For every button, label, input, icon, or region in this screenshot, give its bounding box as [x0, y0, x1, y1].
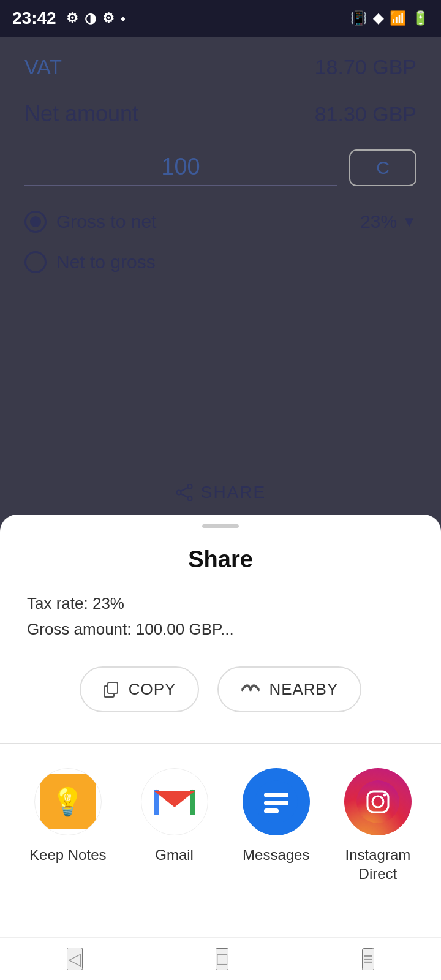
keep-notes-icon-bg: 💡 — [40, 774, 96, 829]
keep-notes-bulb-icon: 💡 — [51, 786, 85, 818]
share-title: Share — [0, 546, 441, 573]
net-amount-value: 81.30 GBP — [315, 102, 417, 126]
svg-point-0 — [187, 484, 192, 489]
wifi-icon: 📶 — [390, 10, 406, 26]
signal-boost-icon: ◆ — [373, 10, 383, 26]
messages-icon — [255, 780, 298, 823]
tax-rate-value: 23% — [360, 211, 397, 232]
nearby-button[interactable]: NEARBY — [217, 666, 361, 712]
dropdown-arrow-icon[interactable]: ▼ — [402, 213, 417, 230]
net-to-gross-radio[interactable] — [24, 251, 47, 273]
svg-point-1 — [187, 497, 192, 501]
app-item-messages[interactable]: Messages — [243, 768, 310, 883]
status-bar: 23:42 ⚙ ◑ ⚙ ● 📳 ◆ 📶 🔋 — [0, 0, 441, 37]
balance-icon: ◑ — [85, 10, 96, 26]
net-to-gross-row[interactable]: Net to gross — [24, 251, 417, 273]
messages-label: Messages — [243, 845, 309, 864]
net-amount-label: Net amount — [24, 101, 138, 127]
gross-to-net-radio[interactable] — [24, 211, 47, 233]
share-button[interactable]: SHARE — [175, 483, 266, 502]
nearby-icon — [241, 682, 260, 697]
nearby-button-label: NEARBY — [269, 680, 338, 699]
vat-value: 18.70 GBP — [315, 55, 417, 79]
share-text-line1: Tax rate: 23% — [27, 591, 414, 617]
menu-button[interactable]: ≡ — [362, 948, 374, 970]
vat-row: VAT 18.70 GBP — [24, 55, 417, 79]
app-item-keep-notes[interactable]: 💡 Keep Notes — [29, 768, 106, 883]
gear-icon-1: ⚙ — [66, 10, 78, 26]
svg-line-3 — [181, 488, 188, 491]
share-button-row: SHARE — [0, 483, 441, 502]
gmail-label: Gmail — [155, 845, 194, 864]
dot-icon: ● — [121, 13, 126, 23]
share-icon — [175, 484, 194, 501]
svg-rect-14 — [264, 801, 288, 805]
app-icons-row: 💡 Keep Notes — [0, 768, 441, 883]
gross-to-net-row[interactable]: Gross to net 23% ▼ — [24, 211, 417, 233]
clear-button[interactable]: C — [349, 149, 417, 186]
svg-point-16 — [356, 780, 399, 823]
share-button-label: SHARE — [201, 483, 266, 502]
action-buttons-row: COPY NEARBY — [0, 666, 441, 712]
battery-icon: 🔋 — [412, 10, 429, 26]
svg-point-19 — [383, 794, 386, 797]
share-content-text: Tax rate: 23% Gross amount: 100.00 GBP..… — [0, 591, 441, 642]
sheet-drag-handle[interactable] — [202, 524, 239, 528]
status-time: 23:42 — [12, 9, 56, 28]
svg-point-2 — [176, 491, 181, 495]
share-bottom-sheet: Share Tax rate: 23% Gross amount: 100.00… — [0, 514, 441, 980]
instagram-icon-wrap — [344, 768, 412, 835]
gear-icon-2: ⚙ — [102, 10, 115, 26]
status-icons-left: ⚙ ◑ ⚙ ● — [66, 10, 350, 26]
back-button[interactable]: ◁ — [67, 948, 83, 970]
instagram-direct-label: Instagram Direct — [345, 845, 411, 883]
svg-line-4 — [181, 494, 188, 497]
svg-rect-6 — [108, 682, 118, 693]
vat-label: VAT — [24, 55, 62, 79]
instagram-label-line1: Instagram — [345, 845, 411, 864]
net-amount-row: Net amount 81.30 GBP — [24, 101, 417, 127]
amount-input[interactable] — [24, 149, 337, 186]
net-to-gross-label: Net to gross — [56, 252, 156, 273]
messages-icon-wrap — [243, 768, 310, 835]
instagram-label-line2: Direct — [345, 864, 411, 883]
app-item-instagram-direct[interactable]: Instagram Direct — [344, 768, 412, 883]
svg-rect-13 — [264, 793, 288, 797]
input-row: C — [24, 149, 417, 186]
tax-dropdown[interactable]: 23% ▼ — [360, 211, 417, 232]
navigation-bar: ◁ □ ≡ — [0, 937, 441, 980]
copy-icon — [103, 681, 120, 698]
gmail-icon-wrap — [141, 768, 208, 835]
app-item-gmail[interactable]: Gmail — [141, 768, 208, 883]
keep-notes-icon-wrap: 💡 — [34, 768, 102, 835]
home-button[interactable]: □ — [216, 948, 228, 970]
keep-notes-label: Keep Notes — [29, 845, 106, 864]
svg-rect-15 — [264, 809, 279, 813]
copy-button[interactable]: COPY — [80, 666, 200, 712]
divider — [0, 743, 441, 744]
vibrate-icon: 📳 — [350, 10, 367, 26]
share-text-line2: Gross amount: 100.00 GBP... — [27, 617, 414, 643]
gross-to-net-label: Gross to net — [56, 211, 156, 232]
status-icons-right: 📳 ◆ 📶 🔋 — [350, 10, 429, 26]
app-background: VAT 18.70 GBP Net amount 81.30 GBP C Gro… — [0, 37, 441, 539]
gmail-icon — [153, 785, 196, 818]
copy-button-label: COPY — [129, 680, 176, 699]
instagram-icon — [356, 780, 399, 823]
